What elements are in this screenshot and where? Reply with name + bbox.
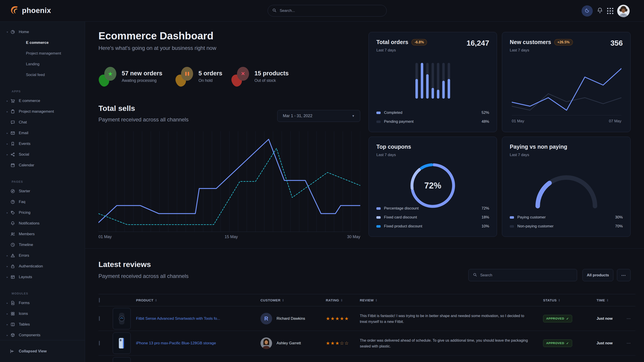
sidebar-item-icons[interactable]: ▸Icons <box>0 308 85 319</box>
envelope-icon <box>10 131 19 135</box>
navbar-search[interactable] <box>268 5 387 16</box>
product-thumbnail-iphone[interactable] <box>113 333 131 354</box>
shopping-cart-icon <box>10 99 19 103</box>
column-header-review[interactable]: REVIEW▲▼ <box>357 298 540 302</box>
column-header-status[interactable]: STATUS▲▼ <box>540 298 594 302</box>
tag-icon <box>10 210 19 215</box>
row-checkbox[interactable] <box>99 341 100 346</box>
card-title: Top coupons <box>376 144 411 150</box>
product-thumbnail-smartwatch[interactable] <box>113 308 131 329</box>
share-nodes-icon <box>10 152 19 157</box>
sidebar-item-pricing[interactable]: ▸Pricing <box>0 207 85 218</box>
layout-icon <box>10 275 19 279</box>
user-avatar[interactable] <box>617 5 630 17</box>
latest-reviews-title: Latest reviews <box>98 260 151 269</box>
column-header-time[interactable]: TIME▲▼ <box>594 298 624 302</box>
sidebar-item-components[interactable]: ▸Components <box>0 330 85 341</box>
sidebar-item-calendar[interactable]: Calendar <box>0 160 85 171</box>
search-input[interactable] <box>279 8 382 13</box>
sidebar-item-timeline[interactable]: Timeline <box>0 240 85 250</box>
sidebar-item-forms[interactable]: ▸Forms <box>0 298 85 308</box>
sidebar-item-members[interactable]: Members <box>0 229 85 240</box>
chevron-right-icon: ▸ <box>7 211 10 214</box>
product-thumbnail[interactable] <box>113 357 131 362</box>
screen: phoenix <box>0 0 644 362</box>
chevron-right-icon: ▸ <box>7 99 10 102</box>
sidebar-item-authentication[interactable]: ▸Authentication <box>0 261 85 272</box>
bell-icon <box>596 7 603 14</box>
chevron-right-icon: ▸ <box>7 302 10 305</box>
sidebar-item-chat[interactable]: Chat <box>0 117 85 128</box>
sidebar-item-email[interactable]: ▸Email <box>0 128 85 138</box>
sidebar-item-layouts[interactable]: ▸Layouts <box>0 272 85 282</box>
total-orders-legend: Completed52% Pending payment48% <box>376 108 489 126</box>
sidebar-item-social[interactable]: ▸Social <box>0 149 85 160</box>
all-products-button[interactable]: All products <box>582 269 613 281</box>
total-orders-card: Total orders -6.8% Last 7 days 16,247 Co… <box>368 32 497 132</box>
row-menu-button[interactable]: ⋯ <box>624 341 636 346</box>
product-link[interactable]: Fitbit Sense Advanced Smartwatch with To… <box>136 316 220 321</box>
new-customers-chart <box>512 64 622 114</box>
sort-icon: ▲▼ <box>155 299 157 302</box>
legend-item: Fixed card discount18% <box>376 213 489 222</box>
avatar-letter: R <box>260 313 272 325</box>
clock-icon <box>10 243 19 247</box>
sidebar-item-errors[interactable]: ▸Errors <box>0 250 85 261</box>
legend-item: Percentage discount72% <box>376 204 489 213</box>
file-text-icon <box>10 301 19 305</box>
sidebar-item-tables[interactable]: ▸Tables <box>0 319 85 330</box>
chevron-right-icon: ▸ <box>7 142 10 145</box>
nine-dots-grid-icon <box>607 8 613 14</box>
top-coupons-donut-chart: 72% <box>410 162 456 209</box>
reviews-search[interactable] <box>468 269 577 281</box>
notifications-button[interactable] <box>596 7 603 14</box>
trend-badge: +26.5% <box>554 39 573 45</box>
sidebar-item-project-management-dashboard[interactable]: Project management <box>0 48 85 59</box>
chevron-right-icon: ▸ <box>7 312 10 315</box>
row-checkbox[interactable] <box>99 316 100 321</box>
review-time: Just now <box>594 316 624 321</box>
sort-icon: ▲▼ <box>340 299 342 302</box>
chevron-right-icon: ▸ <box>7 110 10 113</box>
page-title: Ecommerce Dashboard <box>98 30 214 42</box>
sidebar-item-ecommerce-dashboard[interactable]: E commerce <box>0 37 85 48</box>
sidebar-item-social-feed[interactable]: Social feed <box>0 69 85 80</box>
sidebar-item-faq[interactable]: Faq <box>0 197 85 207</box>
sort-icon: ▲▼ <box>375 299 377 302</box>
sort-icon: ▲▼ <box>558 299 560 302</box>
apps-grid-button[interactable] <box>607 8 613 14</box>
collapse-arrow-icon <box>10 349 15 354</box>
search-icon <box>473 273 477 278</box>
moon-icon <box>584 8 590 14</box>
table-row-partial <box>98 356 636 362</box>
total-sells-chart <box>98 131 360 232</box>
phoenix-logo-icon <box>10 5 19 16</box>
column-header-rating[interactable]: RATING▲▼ <box>323 298 357 302</box>
sidebar-item-apps-ecommerce[interactable]: ▸E commerce <box>0 95 85 106</box>
total-orders-bar-chart <box>416 63 450 99</box>
sidebar-section-pages: PAGES <box>0 177 85 186</box>
top-coupons-legend: Percentage discount72% Fixed card discou… <box>376 204 489 231</box>
new-customers-x-axis: 01 May 07 May <box>512 115 622 123</box>
sidebar: ▾ Home E commerce Project management Lan… <box>0 22 85 362</box>
select-all-checkbox[interactable] <box>99 298 100 303</box>
sidebar-item-landing[interactable]: Landing <box>0 59 85 69</box>
reviews-more-button[interactable]: ⋯ <box>617 269 630 281</box>
collapsed-view-toggle[interactable]: Collapsed View <box>0 340 85 362</box>
sidebar-item-apps-project-management[interactable]: ▸Project management <box>0 106 85 117</box>
sidebar-item-events[interactable]: ▸Events <box>0 138 85 149</box>
brand-logo[interactable]: phoenix <box>10 5 51 16</box>
sidebar-item-home[interactable]: ▾ Home <box>0 27 85 37</box>
sidebar-item-notifications[interactable]: Notifications <box>0 218 85 229</box>
column-header-product[interactable]: PRODUCT▲▼ <box>133 298 257 302</box>
column-header-customer[interactable]: CUSTOMER▲▼ <box>257 298 323 302</box>
dark-mode-toggle[interactable] <box>582 5 593 16</box>
product-link[interactable]: iPhone 13 pro max-Pacific Blue-128GB sto… <box>136 341 216 345</box>
date-range-select[interactable]: Mar 1 - 31, 2022 ▼ <box>277 110 360 122</box>
customer-cell: R Richard Dawkins <box>257 313 323 325</box>
status-badge: APPROVED✓ <box>543 340 572 347</box>
row-menu-button[interactable]: ⋯ <box>624 316 636 321</box>
sidebar-item-starter[interactable]: Starter <box>0 186 85 197</box>
reviews-search-input[interactable] <box>480 273 572 278</box>
main-content: Ecommerce Dashboard Here's what's going … <box>85 22 644 362</box>
